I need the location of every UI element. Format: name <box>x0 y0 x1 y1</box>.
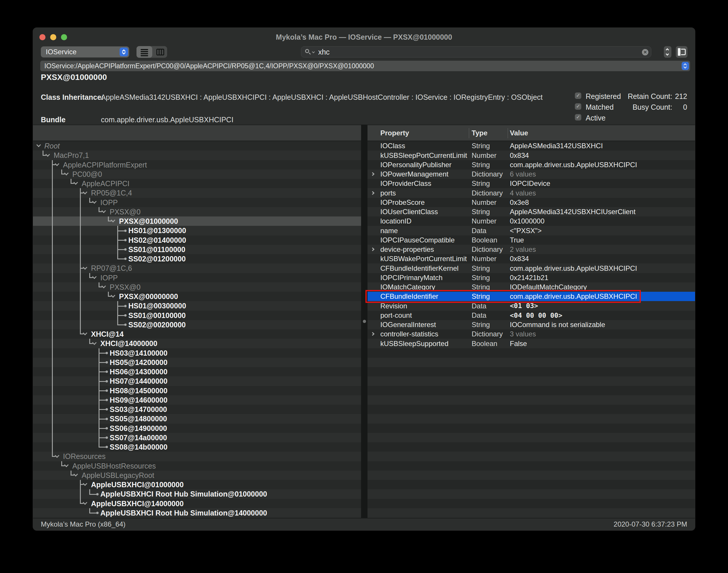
tree-item-label: Root <box>44 141 60 151</box>
tree-connector <box>52 165 53 169</box>
tree-connector <box>117 231 118 236</box>
window-title: Mykola’s Mac Pro — IOService — PXSX@0100… <box>106 33 622 41</box>
tree-row[interactable]: AppleUSBXHCI@14000000 <box>33 499 361 508</box>
tree-leaf-dot-icon <box>106 352 108 354</box>
tree-row[interactable]: PXSX@0 <box>33 207 361 216</box>
table-row[interactable]: IOPCIPrimaryMatchString0x21421b21 <box>368 273 695 282</box>
tree-row[interactable]: HS05@14200000 <box>33 358 361 367</box>
column-header-property[interactable]: Property <box>380 125 409 141</box>
chevron-up-icon <box>666 48 669 51</box>
chevron-down-icon <box>92 274 97 279</box>
tree-item-label: PXSX@01000000 <box>119 216 178 226</box>
tree-connector <box>80 268 83 269</box>
table-row[interactable]: IOProviderClassStringIOPCIDevice <box>368 179 695 188</box>
table-empty-row <box>368 348 695 358</box>
tree-connector <box>99 381 106 382</box>
tree-row[interactable]: SS06@14900000 <box>33 424 361 433</box>
type-cell: Number <box>471 216 496 226</box>
tree-connector <box>52 329 53 339</box>
tree-connector <box>108 220 111 221</box>
tree-row[interactable]: IOPP <box>33 273 361 282</box>
tree-row[interactable]: AppleUSBXHCI Root Hub Simulation@0100000… <box>33 489 361 499</box>
tree-row[interactable]: XHCI@14000000 <box>33 339 361 348</box>
tree-row[interactable]: MacPro7,1 <box>33 151 361 160</box>
table-row[interactable]: port-countData<04 00 00 00> <box>368 311 695 320</box>
column-header-value[interactable]: Value <box>510 125 528 141</box>
path-bar[interactable]: IOService:/AppleACPIPlatformExpert/PC00@… <box>40 61 690 71</box>
table-row[interactable]: IOPersonalityPublisherStringcom.apple.dr… <box>368 160 695 169</box>
table-row[interactable]: IOProbeScoreNumber0x3e8 <box>368 198 695 207</box>
tree-row[interactable]: Root <box>33 141 361 151</box>
tree-row[interactable]: AppleUSBLegacyRoot <box>33 471 361 480</box>
tree-item-label: IOPP <box>100 273 118 282</box>
tree-row[interactable]: PXSX@00000000 <box>33 292 361 301</box>
minimize-button[interactable] <box>50 34 56 40</box>
tree-row[interactable]: HS07@14400000 <box>33 376 361 386</box>
tree-row[interactable]: HS09@14600000 <box>33 395 361 405</box>
tree-row[interactable]: AppleACPIPCI <box>33 179 361 188</box>
table-row[interactable]: locationIDNumber0x1000000 <box>368 216 695 226</box>
table-row[interactable]: IOGeneralInterestStringIOCommand is not … <box>368 320 695 329</box>
tree-row[interactable]: SS03@14700000 <box>33 405 361 414</box>
property-cell: IOClass <box>380 141 405 151</box>
tree-connector <box>117 230 124 231</box>
tree-row[interactable]: RP07@1C,6 <box>33 263 361 273</box>
tree-row[interactable]: HS01@01300000 <box>33 226 361 236</box>
table-row[interactable]: device-propertiesDictionary2 values <box>368 245 695 254</box>
tree-connector <box>52 179 53 188</box>
table-row[interactable]: IOPCIPauseCompatibleBooleanTrue <box>368 236 695 245</box>
tree-row[interactable]: HS02@01400000 <box>33 236 361 245</box>
tree-connector <box>52 358 53 367</box>
plane-selector-dropdown[interactable]: IOService <box>41 46 129 57</box>
table-row[interactable]: kUSBSleepSupportedBooleanFalse <box>368 339 695 348</box>
table-row[interactable]: nameData<"PXSX"> <box>368 226 695 236</box>
table-row[interactable]: kUSBWakePortCurrentLimitNumber0x834 <box>368 254 695 263</box>
table-row[interactable]: IOUserClientClassStringAppleASMedia3142U… <box>368 207 695 216</box>
table-row[interactable]: CFBundleIdentifierKernelStringcom.apple.… <box>368 263 695 273</box>
tree-row[interactable]: HS08@14500000 <box>33 386 361 395</box>
tree-row[interactable]: AppleUSBXHCI Root Hub Simulation@1400000… <box>33 508 361 518</box>
tree-row[interactable]: SS07@14a00000 <box>33 433 361 442</box>
tree-row[interactable]: SS08@14b00000 <box>33 442 361 452</box>
tree-row[interactable]: HS01@00300000 <box>33 301 361 311</box>
type-cell: Data <box>471 311 487 320</box>
list-view-button[interactable] <box>136 46 152 58</box>
table-row[interactable]: controller-statisticsDictionary3 values <box>368 329 695 339</box>
tree-row[interactable]: SS05@14800000 <box>33 414 361 424</box>
screen: Mykola’s Mac Pro — IOService — PXSX@0100… <box>0 0 728 573</box>
registered-checkbox: ✓ <box>575 93 581 99</box>
table-empty-row <box>368 433 695 442</box>
tree-row[interactable]: PXSX@01000000 <box>33 216 361 226</box>
tree-row[interactable]: HS06@14300000 <box>33 367 361 376</box>
tree-row[interactable]: AppleACPIPlatformExpert <box>33 160 361 169</box>
tree-row[interactable]: HS03@14100000 <box>33 348 361 358</box>
tree-item-label: HS09@14600000 <box>110 395 167 405</box>
inspector-toggle-button[interactable] <box>676 46 687 58</box>
table-row[interactable]: portsDictionary4 values <box>368 188 695 198</box>
tree-row[interactable]: IOResources <box>33 452 361 461</box>
tree-row[interactable]: SS02@00200000 <box>33 320 361 329</box>
tree-row[interactable]: IOPP <box>33 198 361 207</box>
active-label: Active <box>586 114 606 122</box>
tree-row[interactable]: AppleUSBXHCI@01000000 <box>33 480 361 489</box>
tree-row[interactable]: PXSX@0 <box>33 282 361 292</box>
tree-row[interactable]: AppleUSBHostResources <box>33 461 361 471</box>
column-header-type[interactable]: Type <box>471 125 487 141</box>
table-row[interactable]: kUSBSleepPortCurrentLimitNumber0x834 <box>368 151 695 160</box>
chevron-down-icon <box>102 284 106 289</box>
table-row[interactable]: IOPowerManagementDictionary6 values <box>368 169 695 179</box>
tree-item-label: PXSX@0 <box>110 207 141 216</box>
clear-search-icon[interactable]: ✕ <box>642 49 649 55</box>
tree-connector <box>52 292 53 301</box>
tree-row[interactable]: PC00@0 <box>33 169 361 179</box>
table-row[interactable]: IOClassStringAppleASMedia3142USBXHCI <box>368 141 695 151</box>
tree-row[interactable]: SS02@01200000 <box>33 254 361 263</box>
search-input[interactable] <box>318 47 627 57</box>
close-button[interactable] <box>39 34 46 40</box>
navigate-search-results-stepper[interactable] <box>664 46 671 58</box>
zoom-button[interactable] <box>61 34 67 40</box>
tree-row[interactable]: RP05@1C,4 <box>33 188 361 198</box>
tree-row[interactable]: XHCI@14 <box>33 329 361 339</box>
tree-row[interactable]: SS01@00100000 <box>33 311 361 320</box>
tree-row[interactable]: SS01@01100000 <box>33 245 361 254</box>
